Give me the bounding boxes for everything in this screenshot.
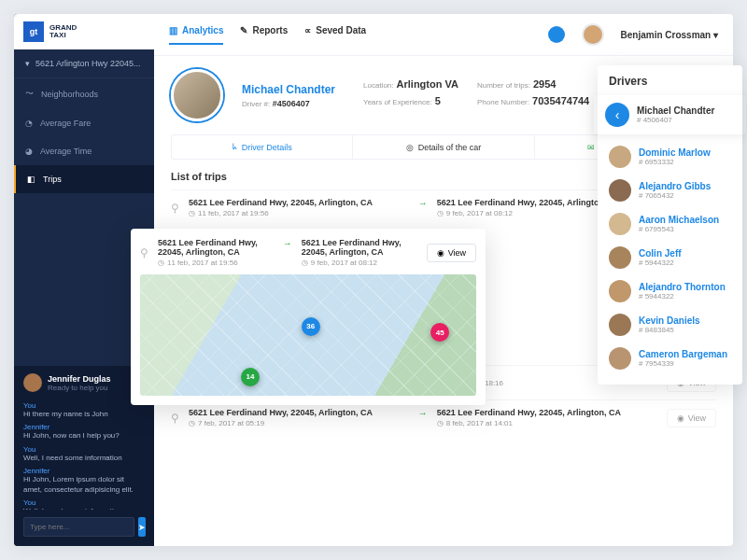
drivers-panel: Drivers ‹ Michael Chandter# 4506407 Domi… bbox=[598, 65, 742, 385]
nav-neighborhoods[interactable]: 〜Neighborhoods bbox=[14, 78, 154, 109]
view-button[interactable]: ◉View bbox=[427, 244, 476, 262]
helper-name: Jennifer Duglas bbox=[48, 374, 111, 384]
camera-icon: ◧ bbox=[27, 175, 35, 184]
chat-log: YouHi there my name is John JenniferHi J… bbox=[23, 398, 145, 510]
list-title: List of trips bbox=[171, 171, 227, 182]
pin-icon: ⚲ bbox=[140, 246, 148, 259]
pin-icon: ⚲ bbox=[171, 412, 179, 425]
topbar: ▥Analytics ✎Reports ∝Seved Data Benjamin… bbox=[154, 14, 733, 56]
driver-avatar bbox=[609, 179, 631, 202]
chat-send-button[interactable]: ➤ bbox=[138, 517, 146, 537]
driver-avatar bbox=[609, 314, 631, 336]
arrow-right-icon: → bbox=[418, 408, 428, 418]
user-avatar[interactable] bbox=[582, 23, 604, 46]
address-text: 5621 Arlington Hwy 22045... bbox=[35, 59, 141, 68]
driver-avatar bbox=[609, 146, 631, 168]
user-menu[interactable]: Benjamin Crossman ▾ bbox=[621, 30, 718, 40]
drivers-title: Drivers bbox=[598, 75, 742, 95]
driver-id: # 7954339 bbox=[639, 359, 727, 368]
notifications-icon[interactable] bbox=[548, 26, 565, 43]
driver-name: Aaron Michaelson bbox=[639, 215, 719, 225]
arrow-right-icon: → bbox=[283, 238, 292, 248]
arrow-right-icon: → bbox=[418, 198, 428, 208]
mail-icon: ✉ bbox=[587, 143, 595, 152]
tab-driver-details[interactable]: ᖾDriver Details bbox=[172, 135, 353, 159]
back-button[interactable]: ‹ bbox=[605, 103, 629, 127]
logo-mark: gt bbox=[23, 21, 44, 42]
driver-name: Dominic Marlow bbox=[639, 147, 711, 158]
driver-item[interactable]: Dominic Marlow# 6953332 bbox=[598, 140, 742, 174]
stat-trips: 2954 bbox=[533, 78, 556, 90]
driver-avatar bbox=[609, 246, 631, 269]
driver-avatar bbox=[609, 280, 631, 302]
driver-id: # 8483845 bbox=[639, 326, 700, 334]
driver-item[interactable]: Aaron Michaelson# 6795543 bbox=[598, 207, 742, 241]
clock-icon: ◕ bbox=[25, 147, 33, 156]
tab-reports[interactable]: ✎Reports bbox=[240, 25, 288, 45]
stat-location: Arlington VA bbox=[397, 78, 458, 90]
nav-average-fare[interactable]: ◔Average Fare bbox=[14, 109, 154, 137]
driver-name: Alejandro Thornton bbox=[639, 282, 726, 292]
driver-id: # 7065432 bbox=[639, 191, 711, 200]
nav-average-time[interactable]: ◕Average Time bbox=[14, 137, 154, 165]
driver-name: Michael Chandter bbox=[242, 83, 335, 96]
map-pin[interactable]: 45 bbox=[430, 323, 449, 342]
driver-id: # 5944322 bbox=[639, 292, 726, 301]
driver-item[interactable]: Alejandro Thornton# 5944322 bbox=[598, 274, 742, 308]
chat-input[interactable] bbox=[23, 517, 134, 537]
driver-avatar bbox=[171, 69, 223, 121]
chart-icon: 〜 bbox=[25, 88, 34, 100]
chevron-down-icon: ▾ bbox=[713, 30, 718, 40]
steering-icon: ◎ bbox=[406, 143, 414, 152]
tab-car-details[interactable]: ◎Details of the car bbox=[353, 135, 534, 159]
view-button[interactable]: ◉View bbox=[667, 409, 716, 427]
share-icon: ∝ bbox=[304, 25, 311, 35]
driver-item[interactable]: Colin Jeff# 5944322 bbox=[598, 241, 742, 274]
driver-selected[interactable]: ‹ Michael Chandter# 4506407 bbox=[594, 95, 746, 134]
driver-item[interactable]: Cameron Bargeman# 7954339 bbox=[598, 342, 742, 375]
driver-item[interactable]: Kevin Daniels# 8483845 bbox=[598, 308, 742, 342]
driver-name: Kevin Daniels bbox=[639, 315, 700, 326]
eye-icon: ◉ bbox=[677, 413, 684, 423]
edit-icon: ✎ bbox=[240, 25, 247, 35]
tab-analytics[interactable]: ▥Analytics bbox=[169, 25, 223, 45]
driver-id: # 6795543 bbox=[639, 225, 719, 233]
logo[interactable]: gt GRANDTAXI bbox=[14, 14, 154, 49]
map[interactable]: 36 45 14 bbox=[140, 274, 476, 396]
driver-avatar bbox=[609, 347, 631, 370]
driver-avatar bbox=[609, 213, 631, 235]
driver-name: Colin Jeff bbox=[639, 248, 682, 259]
helper-status: Ready to help you bbox=[48, 384, 111, 392]
stat-phone: 7035474744 bbox=[532, 95, 589, 106]
stat-experience: 5 bbox=[435, 95, 441, 106]
tab-saved[interactable]: ∝Seved Data bbox=[304, 25, 366, 45]
address-selector[interactable]: ▾ 5621 Arlington Hwy 22045... bbox=[14, 49, 154, 78]
clock-icon: ◔ bbox=[25, 119, 33, 128]
helper-avatar bbox=[23, 373, 42, 392]
driver-name: Alejandro Gibbs bbox=[639, 181, 711, 191]
map-pin[interactable]: 36 bbox=[302, 317, 320, 336]
chevron-down-icon: ▾ bbox=[25, 59, 30, 68]
nav-trips[interactable]: ◧Trips bbox=[14, 165, 154, 193]
pin-icon: ⚲ bbox=[171, 202, 179, 215]
driver-id: # 5944322 bbox=[639, 259, 682, 267]
eye-icon: ◉ bbox=[437, 248, 444, 258]
book-icon: ▥ bbox=[169, 25, 177, 35]
driver-id: # 6953332 bbox=[639, 158, 711, 166]
driver-item[interactable]: Alejandro Gibbs# 7065432 bbox=[598, 174, 742, 207]
driver-name: Cameron Bargeman bbox=[639, 349, 727, 359]
map-pin[interactable]: 14 bbox=[241, 368, 260, 386]
trip-map-card: ⚲ 5621 Lee Ferdinand Hwy, 22045, Arlingt… bbox=[131, 229, 486, 405]
logo-text: GRANDTAXI bbox=[49, 24, 77, 39]
person-icon: ᖾ bbox=[233, 142, 237, 152]
